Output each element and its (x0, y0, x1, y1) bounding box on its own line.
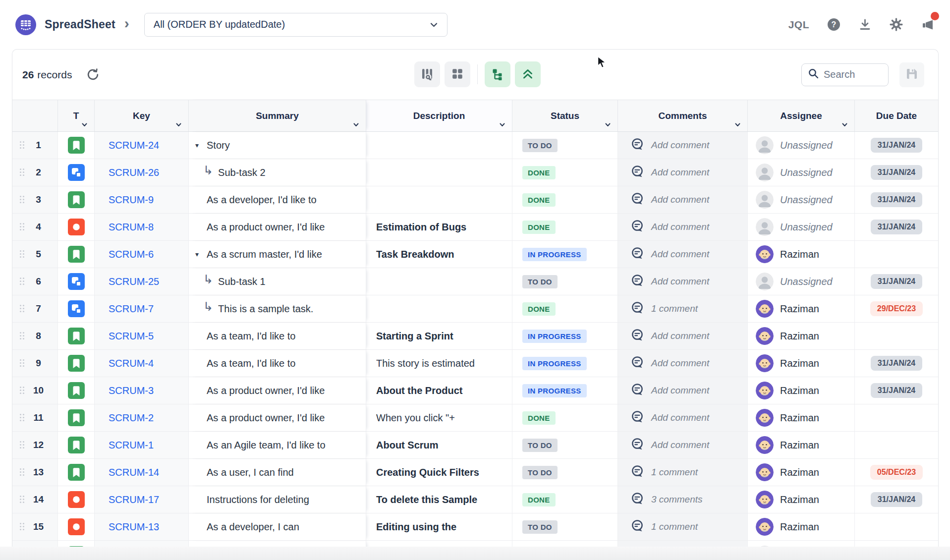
assignee-cell[interactable]: Unassigned (748, 159, 855, 186)
issue-key-link[interactable]: SCRUM-3 (109, 385, 154, 396)
status-cell[interactable]: DONE (512, 404, 618, 431)
status-badge[interactable]: TO DO (522, 520, 558, 534)
bottom-scroll-area[interactable] (0, 547, 950, 560)
drag-handle-icon[interactable] (20, 387, 21, 388)
summary-cell[interactable]: As a team, I'd like to (189, 323, 366, 349)
issue-type-cell[interactable] (58, 350, 95, 377)
issue-type-cell[interactable] (58, 377, 95, 404)
search-box[interactable] (801, 63, 889, 86)
comments-cell[interactable]: Add comment (618, 404, 748, 431)
drag-handle-icon[interactable] (20, 141, 21, 143)
issue-type-cell[interactable] (58, 295, 95, 322)
status-badge[interactable]: TO DO (522, 275, 558, 288)
due-date-cell[interactable]: 31/JAN/24 (855, 268, 938, 295)
comments-cell[interactable]: Add comment (618, 377, 748, 404)
status-badge[interactable]: IN PROGRESS (522, 248, 587, 261)
issue-key-cell[interactable]: SCRUM-24 (95, 132, 189, 159)
issue-key-link[interactable]: SCRUM-1 (109, 440, 154, 451)
collapse-all-button[interactable] (515, 61, 541, 87)
comments-cell[interactable]: Add comment (618, 186, 748, 213)
summary-cell[interactable]: As a product owner, I'd like (189, 404, 366, 431)
assignee-cell[interactable]: Raziman (748, 432, 855, 458)
download-icon[interactable] (858, 18, 872, 31)
row-number-cell[interactable]: 12 (12, 432, 58, 458)
column-menu-chevron-icon[interactable] (499, 122, 505, 128)
comments-cell[interactable] (618, 541, 748, 547)
summary-cell[interactable] (189, 541, 366, 547)
description-cell[interactable]: When you click "+ (366, 404, 512, 431)
status-cell[interactable]: TO DO (512, 268, 618, 295)
status-cell[interactable]: DONE (512, 486, 618, 513)
due-date-cell[interactable]: 31/JAN/24 (855, 132, 938, 159)
assignee-cell[interactable]: Raziman (748, 350, 855, 377)
table-row[interactable]: 6 SCRUM-25 ↳ Sub-task 1 TO DO (12, 268, 938, 295)
drag-handle-icon[interactable] (20, 278, 21, 279)
assignee-cell[interactable]: Unassigned (748, 214, 855, 240)
issue-key-link[interactable]: SCRUM-24 (109, 140, 159, 151)
issue-key-cell[interactable]: SCRUM-14 (95, 459, 189, 486)
issue-key-link[interactable]: SCRUM-7 (109, 303, 154, 315)
issue-key-cell[interactable]: SCRUM-6 (95, 241, 189, 268)
summary-cell[interactable]: Instructions for deleting (189, 486, 366, 513)
column-header-comments[interactable]: Comments (618, 100, 748, 131)
row-number-cell[interactable]: 4 (12, 214, 58, 240)
issue-key-cell[interactable]: SCRUM-25 (95, 268, 189, 295)
column-menu-chevron-icon[interactable] (175, 122, 182, 128)
drag-handle-icon[interactable] (20, 496, 21, 497)
table-row[interactable]: 10 SCRUM-3 As a product owner, I'd like … (12, 377, 938, 404)
due-date-badge[interactable]: 31/JAN/24 (871, 356, 923, 371)
due-date-badge[interactable]: 31/JAN/24 (871, 192, 923, 207)
issue-type-cell[interactable] (58, 241, 95, 268)
due-date-cell[interactable]: 05/DEC/23 (855, 459, 938, 486)
status-cell[interactable]: DONE (512, 295, 618, 322)
status-cell[interactable]: IN PROGRESS (512, 377, 618, 404)
assignee-cell[interactable]: Unassigned (748, 186, 855, 213)
issue-key-cell[interactable]: SCRUM-5 (95, 323, 189, 349)
drag-handle-icon[interactable] (20, 250, 21, 252)
assignee-cell[interactable]: Raziman (748, 377, 855, 404)
expand-caret[interactable]: ▾ (195, 141, 199, 149)
description-cell[interactable]: Starting a Sprint (366, 323, 512, 349)
card-view-button[interactable] (445, 61, 470, 87)
issue-key-link[interactable]: SCRUM-8 (109, 222, 154, 233)
status-badge[interactable]: IN PROGRESS (522, 384, 587, 397)
description-cell[interactable]: About Scrum (366, 432, 512, 458)
description-cell[interactable]: Creating Quick Filters (366, 459, 512, 486)
status-cell[interactable]: IN PROGRESS (512, 323, 618, 349)
column-header-status[interactable]: Status (512, 100, 618, 131)
due-date-cell[interactable] (855, 513, 938, 540)
status-cell[interactable]: DONE (512, 214, 618, 240)
row-number-cell[interactable]: 3 (12, 186, 58, 213)
due-date-badge[interactable]: 31/JAN/24 (871, 220, 923, 234)
due-date-cell[interactable] (855, 541, 938, 547)
table-row[interactable]: 14 SCRUM-17 Instructions for deleting To… (12, 486, 938, 513)
issue-type-cell[interactable] (58, 323, 95, 349)
comments-cell[interactable]: Add comment (618, 132, 748, 159)
description-cell[interactable] (366, 295, 512, 322)
comments-cell[interactable]: Add comment (618, 432, 748, 458)
due-date-cell[interactable] (855, 432, 938, 458)
table-row[interactable]: 1 SCRUM-24 ▾ Story TO DO (12, 132, 938, 159)
issue-type-cell[interactable] (58, 159, 95, 186)
summary-cell[interactable]: ▾ As a scrum master, I'd like (189, 241, 366, 268)
row-number-cell[interactable]: 15 (12, 513, 58, 540)
comments-cell[interactable]: Add comment (618, 214, 748, 240)
table-row[interactable]: 13 SCRUM-14 As a user, I can find Creati… (12, 459, 938, 486)
status-badge[interactable]: DONE (522, 221, 556, 234)
column-menu-chevron-icon[interactable] (353, 122, 359, 128)
table-row[interactable]: 3 SCRUM-9 As a developer, I'd like to DO… (12, 186, 938, 214)
row-number-cell[interactable]: 10 (12, 377, 58, 404)
status-badge[interactable]: DONE (522, 302, 556, 316)
summary-cell[interactable]: As an Agile team, I'd like to (189, 432, 366, 458)
issue-type-cell[interactable] (58, 186, 95, 213)
issue-key-cell[interactable]: SCRUM-2 (95, 404, 189, 431)
assignee-cell[interactable] (748, 541, 855, 547)
jql-button[interactable]: JQL (788, 19, 809, 31)
comments-cell[interactable]: Add comment (618, 350, 748, 377)
status-badge[interactable]: TO DO (522, 466, 558, 479)
drag-handle-icon[interactable] (20, 168, 21, 170)
row-number-cell[interactable]: 6 (12, 268, 58, 295)
settings-gear-icon[interactable] (890, 18, 903, 31)
row-number-cell[interactable]: 13 (12, 459, 58, 486)
row-number-cell[interactable]: 1 (12, 132, 58, 159)
